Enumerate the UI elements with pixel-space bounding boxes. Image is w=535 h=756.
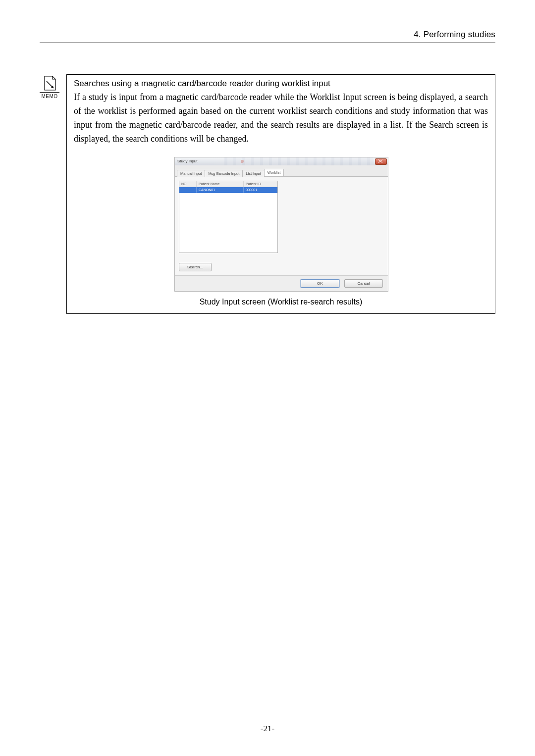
tab-list-input[interactable]: List Input — [242, 170, 264, 177]
col-header-name: Patient Name — [197, 181, 244, 187]
memo-block: MEMO Searches using a magnetic card/barc… — [40, 74, 495, 314]
cell-id: 000001 — [244, 187, 277, 193]
table-row[interactable]: CANON01 000001 — [179, 187, 277, 193]
col-header-no: NO. — [179, 181, 197, 187]
window-body: NO. Patient Name Patient ID CANON01 0000… — [175, 177, 388, 275]
header-section-label: 4. Performing studies — [40, 30, 495, 40]
memo-content: Searches using a magnetic card/barcode r… — [66, 74, 495, 314]
cell-no — [179, 187, 197, 193]
table-empty-area — [179, 193, 277, 252]
col-header-id: Patient ID — [244, 181, 277, 187]
titlebar-decoration — [224, 157, 373, 165]
memo-icon: MEMO — [40, 75, 59, 99]
study-input-window: Study Input Manual Input Msg Barcode Inp… — [174, 157, 388, 292]
table-header: NO. Patient Name Patient ID — [179, 181, 277, 187]
tab-worklist[interactable]: Worklist — [264, 169, 284, 176]
window-titlebar: Study Input — [175, 157, 388, 165]
worklist-table: NO. Patient Name Patient ID CANON01 0000… — [179, 181, 278, 253]
tab-bar: Manual Input Msg Barcode Input List Inpu… — [175, 165, 388, 177]
memo-icon-label: MEMO — [40, 92, 59, 99]
cancel-button[interactable]: Cancel — [344, 279, 383, 288]
page-number: -21- — [0, 724, 535, 734]
tab-msg-barcode-input[interactable]: Msg Barcode Input — [205, 170, 243, 177]
search-button[interactable]: Search... — [179, 263, 212, 271]
window-title: Study Input — [176, 159, 197, 163]
memo-title: Searches using a magnetic card/barcode r… — [74, 79, 488, 89]
memo-body-text: If a study is input from a magnetic card… — [74, 91, 488, 146]
close-icon[interactable] — [375, 158, 387, 165]
figure-caption: Study Input screen (Worklist re-search r… — [74, 298, 488, 306]
embedded-screenshot: Study Input Manual Input Msg Barcode Inp… — [174, 157, 387, 292]
memo-page-icon — [42, 75, 57, 91]
header-rule — [40, 43, 495, 43]
window-footer: OK Cancel — [175, 275, 388, 291]
cell-name: CANON01 — [197, 187, 244, 193]
ok-button[interactable]: OK — [301, 279, 339, 288]
tab-manual-input[interactable]: Manual Input — [177, 170, 205, 177]
